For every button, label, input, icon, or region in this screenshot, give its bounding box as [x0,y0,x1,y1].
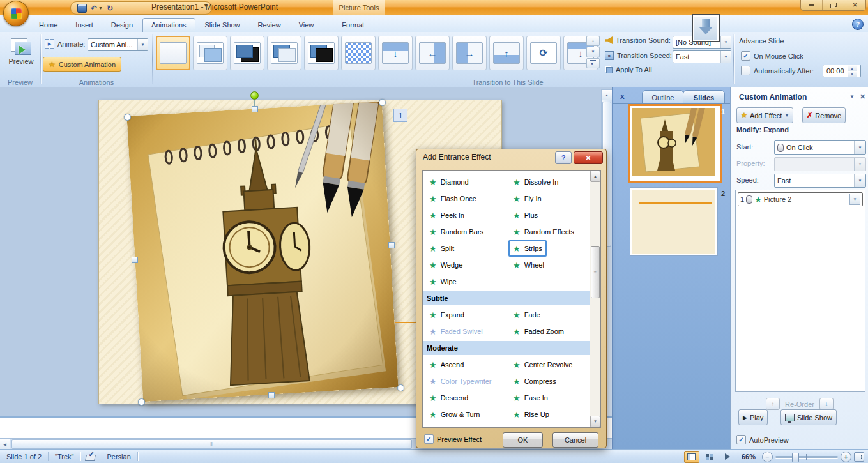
effect-item-faded-zoom[interactable]: ★Faded Zoom [508,323,568,340]
gallery-scroll-up-button[interactable]: ▲ [586,36,600,46]
effect-item-compress[interactable]: ★Compress [508,373,561,390]
slide-show-button[interactable]: Slide Show [780,409,837,425]
animate-dropdown-icon[interactable]: ▼ [137,39,148,50]
minimize-button[interactable] [801,0,823,10]
transition-fade-smoothly[interactable] [193,36,227,70]
preview-button[interactable]: Preview [4,35,38,80]
spinner-up-icon[interactable]: ▲ [848,65,857,71]
effect-item-grow-turn[interactable]: ★Grow & Turn [425,406,484,423]
zoom-in-button[interactable]: + [841,452,851,462]
effect-item-ascend[interactable]: ★Ascend [425,356,468,373]
animate-combobox[interactable]: Custom Ani... ▼ [88,38,148,51]
effect-item-rise-up[interactable]: ★Rise Up [508,406,554,423]
theme-indicator[interactable]: "Trek" [49,450,80,463]
save-button[interactable] [77,4,87,13]
effect-item-wheel[interactable]: ★Wheel [508,257,549,273]
effect-item-random-effects[interactable]: ★Random Effects [508,224,579,240]
dialog-help-button[interactable]: ? [555,151,572,164]
automatically-after-spinner[interactable]: 00:00 ▲▼ [823,65,861,77]
effect-item-descend[interactable]: ★Descend [425,390,473,406]
scroll-down-icon[interactable]: ▼ [590,416,600,427]
resize-handle-bottom-left[interactable] [138,398,145,406]
rotate-handle[interactable] [250,91,259,100]
on-mouse-click-checkbox[interactable]: ✓ On Mouse Click [741,51,803,61]
pane-menu-icon[interactable]: ▼ [849,94,855,100]
effect-item-ease-in[interactable]: ★Ease In [508,390,552,406]
tab-outline[interactable]: Outline [642,90,684,104]
resize-handle-bottom[interactable] [268,392,275,398]
slide-thumbnail-1[interactable] [628,104,722,183]
dialog-scroll-thumb[interactable]: ≡ [591,246,600,298]
effect-item-diamond[interactable]: ★Diamond [425,174,473,190]
close-button[interactable]: ✕ [844,0,865,10]
ok-button[interactable]: OK [503,432,543,448]
effect-item-flash-once[interactable]: ★Flash Once [425,190,481,207]
effect-item-split[interactable]: ★Split [425,240,459,257]
effect-item-peek-in[interactable]: ★Peek In [425,207,469,224]
reorder-down-button[interactable]: ↓ [819,398,834,410]
scroll-up-icon[interactable]: ▲ [602,90,612,100]
slide-show-view-button[interactable] [720,451,735,463]
zoom-out-button[interactable]: − [762,452,773,462]
dialog-scrollbar[interactable]: ▲ ≡ ▼ [590,171,600,427]
undo-button[interactable]: ↶▼ [91,4,103,13]
effect-item-fly-in[interactable]: ★Fly In [508,190,546,207]
tab-view[interactable]: View [291,19,323,32]
normal-view-button[interactable] [684,451,699,463]
transition-cut[interactable] [267,36,301,70]
pane-close-icon[interactable]: ✕ [860,93,865,101]
fit-to-window-button[interactable] [854,452,864,462]
restore-button[interactable] [823,0,844,10]
redo-button[interactable]: ↻ [107,4,113,13]
language-indicator[interactable]: Persian [100,450,137,463]
gallery-scroll-down-button[interactable]: ▼ [586,47,600,57]
tab-slide-show[interactable]: Slide Show [197,19,248,32]
office-button[interactable] [3,1,29,26]
undo-dropdown-icon[interactable]: ▼ [98,6,103,10]
slide-picture[interactable] [126,102,398,402]
slides-panel-close-button[interactable]: x [620,92,625,101]
transition-no-transition[interactable] [156,36,190,70]
help-button[interactable]: ? [852,19,864,30]
transition-wipe-left[interactable]: ← [415,36,450,70]
spinner-down-icon[interactable]: ▼ [848,71,857,77]
tab-design[interactable]: Design [103,19,141,32]
effect-item-wipe[interactable]: ★Wipe [425,273,461,290]
effect-item-wedge[interactable]: ★Wedge [425,257,467,273]
resize-handle-right[interactable] [388,242,395,248]
tab-home[interactable]: Home [31,19,66,32]
gallery-more-button[interactable]: ▼ [586,58,600,68]
effect-item-strips[interactable]: ★Strips [508,240,547,257]
autopreview-checkbox[interactable]: ✓ AutoPreview [736,435,789,444]
tab-animations[interactable]: Animations [142,18,195,32]
effect-item-center-revolve[interactable]: ★Center Revolve [508,356,577,373]
zoom-level[interactable]: 66% [742,453,756,460]
custom-animation-button[interactable]: ★ Custom Animation [43,57,121,72]
effect-item-dissolve-in[interactable]: ★Dissolve In [508,174,563,190]
add-effect-button[interactable]: ★ Add Effect ▼ [736,107,793,123]
tab-insert[interactable]: Insert [67,19,102,32]
effect-item-fade[interactable]: ★Fade [508,307,545,323]
transition-wipe-up[interactable]: ↑ [489,36,524,70]
reorder-up-button[interactable]: ↑ [766,398,780,410]
resize-handle-left[interactable] [132,257,138,263]
transition-wipe-down[interactable]: ↓ [378,36,413,70]
effect-item-faded-swivel[interactable]: ★Faded Swivel [425,323,487,340]
transition-cut-through-black[interactable] [304,36,339,70]
remove-button[interactable]: ✗ Remove [802,107,846,123]
horizontal-scroll-thumb[interactable]: ⦀ [11,439,412,449]
transition-fade-through-black[interactable] [230,36,264,70]
transition-dissolve[interactable] [341,36,376,70]
tab-slides[interactable]: Slides [683,90,725,104]
effect-item-color-typewriter[interactable]: ★Color Typewriter [425,373,496,390]
item-dropdown-icon[interactable]: ▼ [849,194,860,205]
effect-item-plus[interactable]: ★Plus [508,207,542,224]
transition-sound-dropdown-icon[interactable]: ▼ [720,36,731,48]
transition-speed-combobox[interactable]: Fast ▼ [673,50,731,63]
effect-item-random-bars[interactable]: ★Random Bars [425,224,488,240]
start-combobox[interactable]: On Click ▼ [774,140,866,155]
transition-wipe-right[interactable]: → [452,36,487,70]
zoom-slider-thumb[interactable] [792,453,799,462]
slide-sorter-button[interactable] [702,451,717,463]
transition-speed-dropdown-icon[interactable]: ▼ [720,51,731,63]
